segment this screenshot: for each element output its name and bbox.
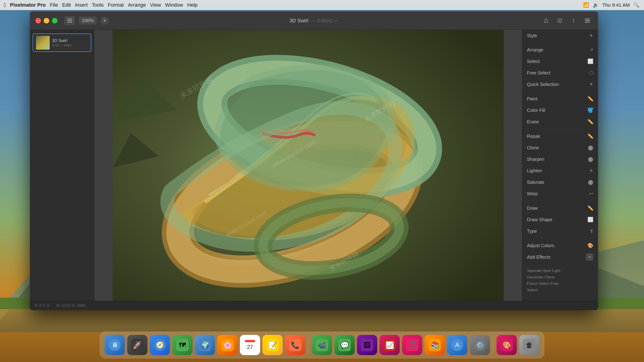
free-select-tool[interactable]: Free Select ⬡ [522,67,598,79]
style-tool[interactable]: Style ✦ [522,30,598,41]
dock-facetime[interactable]: 📹 [312,335,332,355]
svg-text:27: 27 [247,344,253,350]
panels-toggle-button[interactable] [582,16,592,25]
layer-thumbnail [36,36,50,50]
app-name-menu[interactable]: Pixelmator Pro [10,2,46,8]
window-menu[interactable]: Window [165,2,183,8]
svg-text:🚀: 🚀 [133,341,142,349]
dock-photos[interactable]: 🌸 [217,335,238,355]
view-options-button[interactable] [568,16,579,25]
select-icon: ⬜ [588,59,594,64]
dock-appstore[interactable]: A [447,335,467,355]
main-content: 3D Swirl 5120 × 2880 [30,30,598,301]
dock-launchpad[interactable]: 🚀 [127,335,148,355]
dock-photos-gallery[interactable]: 🖼 [357,335,377,355]
lighten-icon: ☀ [589,168,594,174]
add-effects-button[interactable]: + [586,253,594,261]
add-layer-button[interactable]: + [100,16,109,25]
sharpen-tool[interactable]: Sharpen ⬤ [522,154,598,165]
view-menu[interactable]: View [150,2,161,8]
file-menu[interactable]: File [50,2,58,8]
paint-tool[interactable]: Paint ✏️ [522,93,598,105]
gap-1 [522,41,598,44]
lighten-tool[interactable]: Lighten ☀ [522,165,598,177]
select-label: Select [527,59,540,64]
svg-text:💬: 💬 [340,341,349,349]
erase-tool[interactable]: Erase ✏️ [522,116,598,128]
clone-tool[interactable]: Clone ⬤ [522,142,598,154]
draw-shape-tool[interactable]: Draw Shape ⬜ [522,214,598,225]
draw-shape-icon: ⬜ [588,217,594,222]
menu-time: Thu 9:41 AM [602,2,630,8]
dock-books[interactable]: 📚 [424,335,445,355]
clone-icon: ⬤ [588,145,594,151]
svg-text:📚: 📚 [430,341,439,349]
spot-light-label: Saturate Spot Light ; [527,268,594,274]
color-fill-label: Color Fill [527,108,545,113]
search-icon[interactable]: 🔍 [634,2,640,8]
style-label: Style [527,33,537,38]
zoom-display[interactable]: 100% [79,16,97,24]
paint-icon: ✏️ [588,96,594,102]
left-panel: 3D Swirl 5120 × 2880 [30,30,94,301]
quick-selection-tool[interactable]: Quick Selection ✦ [522,79,598,90]
type-icon: T [590,228,594,234]
arrange-menu[interactable]: Arrange [128,2,146,8]
adjust-colors-tool[interactable]: Adjust Colors 🎨 [522,240,598,251]
document-subtitle: — Edited — [311,18,338,23]
insert-menu[interactable]: Insert [75,2,88,8]
svg-text:🗑: 🗑 [526,341,533,349]
dock-photos-globe[interactable]: 🌍 [195,335,215,355]
svg-text:🧭: 🧭 [156,341,164,349]
type-tool[interactable]: Type T [522,225,598,237]
canvas[interactable]: 未未软件园 www.orsoon.com 未来软件园 www.orsoon.co… [113,30,504,301]
select-tool[interactable]: Select ⬜ [522,56,598,67]
dock-music[interactable]: 🎵 [402,335,422,355]
repair-tool[interactable]: Repair ✏️ [522,131,598,142]
erase-icon: ✏️ [588,119,594,125]
dock-calendar[interactable]: 27 [240,335,260,355]
dock-trash[interactable]: 🗑 [519,335,539,355]
dock-finder[interactable]: 🖥 [105,335,125,355]
close-button[interactable] [36,18,41,23]
share-button[interactable] [541,16,551,25]
warp-tool[interactable]: Warp ↩ [522,188,598,199]
canvas-area[interactable]: 未未软件园 www.orsoon.com 未来软件园 www.orsoon.co… [94,30,522,301]
document-title: 3D Swirl [290,18,308,23]
free-select-label: Free Select [527,70,550,76]
edit-menu[interactable]: Edit [62,2,71,8]
color-fill-tool[interactable]: Color Fill 🪣 [522,105,598,116]
draw-tool[interactable]: Draw ✏️ [522,202,598,214]
artwork-svg: 未未软件园 www.orsoon.com 未来软件园 www.orsoon.co… [113,30,504,301]
saturate-tool[interactable]: Saturate ⬤ [522,177,598,188]
dock-notes[interactable]: 📝 [262,335,283,355]
select-submenu-label: Select [527,287,594,293]
dock-maps[interactable]: 🗺 [172,335,192,355]
arrange-label: Arrange [527,47,543,53]
arrange-tool[interactable]: Arrange ↗ [522,44,598,56]
layers-toggle-button[interactable] [64,16,75,25]
apple-menu[interactable]:  [4,1,6,9]
dock-system-preferences[interactable]: ⚙️ [470,335,490,355]
paint-label: Paint [527,96,538,102]
format-menu[interactable]: Format [108,2,124,8]
layer-item-active[interactable]: 3D Swirl 5120 × 2880 [33,33,91,52]
dock-pixelmator[interactable]: 🎨 [496,335,517,355]
export-button[interactable] [555,16,565,25]
dock-safari[interactable]: 🧭 [150,335,170,355]
warp-label: Warp [527,191,538,196]
separator-2 [526,129,594,129]
maximize-button[interactable] [52,18,58,23]
svg-rect-11 [585,19,590,19]
help-menu[interactable]: Help [187,2,198,8]
add-effects-tool[interactable]: Add Effects + [522,251,598,263]
free-select-icon: ⬡ [589,70,594,76]
dock-stocks[interactable]: 📈 [380,335,400,355]
focus-select-label: Focus Select Free [527,280,594,287]
dock-messages[interactable]: 💬 [334,335,355,355]
dock-contacts[interactable]: 📞 [285,335,305,355]
repair-icon: ✏️ [588,134,594,139]
tools-menu[interactable]: Tools [92,2,104,8]
svg-text:🎨: 🎨 [502,341,511,349]
minimize-button[interactable] [44,18,49,23]
